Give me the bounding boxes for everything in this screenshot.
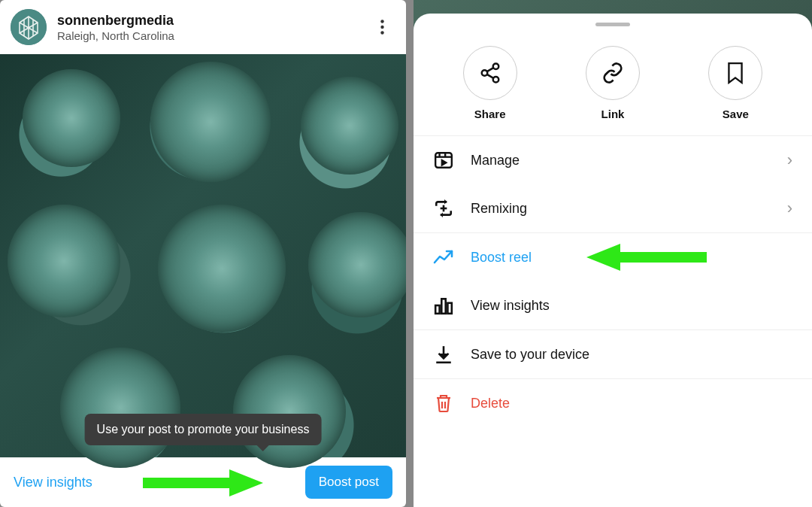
link-action[interactable]: Link <box>586 46 640 120</box>
boost-tooltip: Use your post to promote your business <box>85 414 322 445</box>
svg-line-9 <box>486 68 493 71</box>
download-icon <box>433 344 454 365</box>
username[interactable]: sonnenbergmedia <box>57 13 368 29</box>
svg-marker-12 <box>442 160 446 165</box>
post-header: sonnenbergmedia Raleigh, North Carolina <box>0 0 406 54</box>
sheet-panel: Share Link <box>414 0 812 507</box>
svg-point-2 <box>380 26 383 29</box>
location[interactable]: Raleigh, North Carolina <box>57 29 368 42</box>
menu-remixing[interactable]: Remixing › <box>414 184 812 232</box>
trash-icon <box>433 393 454 414</box>
annotation-arrow-left-icon <box>143 469 263 496</box>
menu-save-device[interactable]: Save to your device <box>414 329 812 378</box>
bookmark-icon <box>708 46 762 100</box>
menu-remixing-label: Remixing <box>471 201 787 217</box>
menu-delete-label: Delete <box>471 396 792 411</box>
post-image[interactable]: Use your post to promote your business <box>0 54 406 457</box>
more-options-button[interactable] <box>368 14 395 41</box>
post-footer: View insights Boost post <box>0 457 406 507</box>
remix-icon <box>433 198 454 219</box>
link-label: Link <box>586 108 640 120</box>
svg-rect-17 <box>435 305 439 314</box>
svg-point-3 <box>380 31 383 34</box>
save-action[interactable]: Save <box>708 46 762 120</box>
post-header-text: sonnenbergmedia Raleigh, North Carolina <box>57 13 368 42</box>
chevron-right-icon: › <box>787 199 792 218</box>
share-action[interactable]: Share <box>463 46 517 120</box>
menu-view-insights[interactable]: View insights <box>414 281 812 329</box>
svg-line-10 <box>486 74 493 78</box>
share-icon <box>463 46 517 100</box>
trend-up-icon <box>433 247 454 268</box>
bar-chart-icon <box>433 295 454 316</box>
svg-point-7 <box>481 70 487 76</box>
sheet-handle[interactable] <box>595 23 630 26</box>
svg-rect-19 <box>447 303 451 314</box>
chevron-right-icon: › <box>787 150 792 170</box>
svg-point-1 <box>380 20 383 23</box>
menu-list: Manage › Remixing › <box>414 136 812 507</box>
svg-marker-5 <box>229 469 263 496</box>
menu-manage-label: Manage <box>471 153 787 168</box>
boost-post-button[interactable]: Boost post <box>305 466 392 499</box>
save-label: Save <box>708 108 762 120</box>
menu-view-insights-label: View insights <box>471 298 792 314</box>
action-row: Share Link <box>414 32 812 136</box>
menu-save-device-label: Save to your device <box>471 347 792 363</box>
view-insights-link[interactable]: View insights <box>14 475 92 490</box>
avatar[interactable] <box>11 9 47 45</box>
svg-point-8 <box>492 77 498 83</box>
tooltip-text: Use your post to promote your business <box>97 423 310 436</box>
share-label: Share <box>463 108 517 120</box>
svg-point-6 <box>492 64 498 70</box>
svg-rect-18 <box>441 299 445 314</box>
post-panel: sonnenbergmedia Raleigh, North Carolina … <box>0 0 406 507</box>
svg-rect-4 <box>143 478 229 488</box>
link-icon <box>586 46 640 100</box>
menu-manage[interactable]: Manage › <box>414 136 812 184</box>
menu-boost-reel[interactable]: Boost reel <box>414 232 812 281</box>
bottom-sheet: Share Link <box>414 14 812 507</box>
manage-icon <box>433 150 454 171</box>
menu-delete[interactable]: Delete <box>414 378 812 427</box>
menu-boost-reel-label: Boost reel <box>471 250 792 266</box>
